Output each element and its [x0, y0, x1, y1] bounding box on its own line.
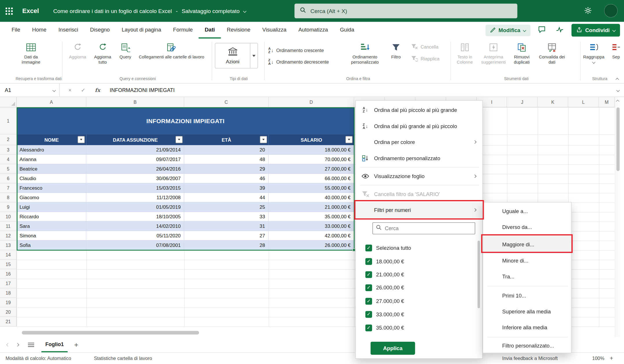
search-box[interactable] [294, 3, 517, 18]
submenu-item-above-average[interactable]: Superiore alla media [483, 304, 571, 319]
row-header[interactable]: 9 [0, 202, 17, 212]
formula-value[interactable]: INFORMAZIONI IMPIEGATI [110, 87, 174, 93]
submenu-item-below-average[interactable]: Inferiore alla media [483, 319, 571, 335]
cell[interactable]: 15/03/2015 [86, 183, 184, 193]
data-from-picture-button[interactable]: Dati da immagine [17, 41, 45, 65]
cell[interactable]: 35.000,00 € [269, 212, 354, 221]
cell[interactable]: Arianna [17, 155, 86, 164]
cell[interactable]: 28 [184, 241, 269, 250]
name-box[interactable]: A1 [0, 84, 60, 97]
calc-mode-status[interactable]: Modalità di calcolo: Automatico [5, 356, 71, 361]
tab-revisione[interactable]: Revisione [221, 22, 256, 39]
cell[interactable]: 21.000,00 € [269, 202, 354, 212]
chevron-down-icon[interactable] [243, 9, 246, 13]
row-header[interactable]: 17 [0, 279, 17, 288]
fx-icon[interactable]: fx [95, 87, 100, 93]
cell[interactable]: 11/12/2008 [86, 193, 184, 202]
menu-item-number-filters[interactable]: Filtri per numeri [356, 202, 482, 218]
cancel-icon[interactable]: × [69, 87, 71, 93]
submenu-item-less-than[interactable]: Minore di... [483, 253, 571, 269]
menu-item-sort-by-color[interactable]: Ordina per colore [356, 134, 482, 149]
column-header[interactable]: L [568, 97, 599, 108]
filter-dropdown-button[interactable] [260, 136, 267, 143]
tab-visualizza[interactable]: Visualizza [256, 22, 292, 39]
cell[interactable]: 21/09/2014 [86, 145, 184, 155]
refresh-button[interactable]: Aggiorna [66, 41, 89, 60]
cell[interactable]: 26.000,00 € [269, 241, 354, 250]
cell[interactable]: 31 [184, 221, 269, 231]
column-header[interactable]: B [86, 97, 184, 108]
workbook-links-button[interactable]: Collegamenti alle cartelle di lavoro [136, 41, 207, 60]
zoom-level[interactable]: 100% [592, 356, 604, 361]
share-button[interactable]: Condividi [571, 24, 620, 37]
table-header-cell[interactable]: ETÀ [184, 134, 269, 145]
select-all-corner[interactable] [0, 97, 17, 108]
prev-sheet-icon[interactable] [3, 339, 13, 351]
activity-button[interactable] [553, 24, 566, 36]
submenu-item-equals[interactable]: Uguale a... [483, 203, 571, 219]
cell[interactable]: 48 [184, 155, 269, 164]
apply-button[interactable]: Applica [371, 342, 415, 355]
app-launcher-button[interactable] [0, 0, 18, 22]
row-header[interactable]: 13 [0, 241, 17, 250]
row-header[interactable]: 10 [0, 212, 17, 221]
sort-ascending-button[interactable]: AZ↓ Ordinamento crescente [268, 47, 324, 53]
cell[interactable]: Sofia [17, 241, 86, 250]
sort-descending-button[interactable]: ZA↓ Ordinamento decrescente [268, 58, 329, 65]
add-sheet-button[interactable]: + [74, 341, 78, 349]
data-types-dropdown-button[interactable] [250, 43, 257, 68]
submenu-item-custom-filter[interactable]: Filtro personalizzato... [483, 339, 571, 353]
filter-dropdown-button[interactable] [78, 136, 85, 143]
expand-formula-bar-icon[interactable] [616, 88, 620, 92]
cell[interactable]: 42.000,00 € [269, 231, 354, 241]
filter-search-box[interactable] [373, 222, 475, 234]
filter-checkbox-value[interactable]: ✓35.000,00 € [365, 322, 404, 334]
sheet-tab-foglio1[interactable]: Foglio1 [41, 337, 68, 352]
cell[interactable]: 44 [184, 193, 269, 202]
tab-home[interactable]: Home [26, 22, 52, 39]
cell[interactable]: 14/02/2010 [86, 221, 184, 231]
filter-checkbox-value[interactable]: ✓21.000,00 € [365, 269, 404, 280]
filter-checkbox-value[interactable]: ✓33.000,00 € [365, 308, 404, 320]
cell[interactable]: 18.000,00 € [269, 145, 354, 155]
cell[interactable]: Riccardo [17, 212, 86, 221]
row-header[interactable]: 16 [0, 269, 17, 279]
cell[interactable]: 20 [184, 145, 269, 155]
cell[interactable]: 01/05/2019 [86, 202, 184, 212]
column-header[interactable]: C [184, 97, 269, 108]
reapply-filter-button[interactable]: Riapplica [411, 55, 439, 62]
remove-duplicates-button[interactable]: Rimuovi duplicati [509, 41, 534, 65]
scroll-up-icon[interactable] [616, 100, 619, 103]
group-button[interactable]: Raggruppa [581, 41, 606, 63]
settings-button[interactable] [582, 5, 594, 17]
column-header[interactable]: M [599, 97, 615, 108]
next-sheet-icon[interactable] [13, 339, 22, 351]
cell[interactable]: Luigi [17, 202, 86, 212]
sheet-list-icon[interactable] [26, 339, 36, 351]
row-header[interactable]: 15 [0, 260, 17, 269]
table-header-cell[interactable]: NOME [17, 134, 86, 145]
document-title-bar[interactable]: Come ordinare i dati in un foglio di cal… [53, 8, 246, 14]
clear-filter-button[interactable]: Cancella [411, 43, 439, 51]
submenu-item-between[interactable]: Tra... [483, 269, 571, 284]
tab-guida[interactable]: Guida [334, 22, 360, 39]
selection-fill-handle[interactable] [353, 249, 356, 252]
column-header[interactable]: A [17, 97, 86, 108]
flash-fill-button[interactable]: Anteprima suggerimenti [479, 41, 508, 65]
row-header[interactable]: 20 [0, 307, 17, 317]
cell[interactable]: 39 [184, 183, 269, 193]
cell[interactable]: 29 [184, 164, 269, 174]
submenu-item-greater-than[interactable]: Maggiore di... [483, 236, 571, 253]
cell[interactable]: 33 [184, 212, 269, 221]
tab-formule[interactable]: Formule [167, 22, 199, 39]
zoom-in-button[interactable]: + [610, 355, 613, 361]
column-header[interactable]: D [269, 97, 354, 108]
custom-sort-button[interactable]: Ordinamento personalizzato [348, 41, 382, 65]
filter-checkbox-value[interactable]: ✓27.000,00 € [365, 295, 404, 307]
cell[interactable]: 40.000,00 € [269, 193, 354, 202]
cell[interactable]: 07/08/2001 [86, 241, 184, 250]
row-header[interactable]: 21 [0, 317, 17, 326]
cell[interactable]: Claudio [17, 174, 86, 183]
menu-item-sort-ascending[interactable]: AZ↓ Ordina dal più piccolo al più grande [356, 102, 482, 117]
row-header[interactable]: 19 [0, 298, 17, 307]
